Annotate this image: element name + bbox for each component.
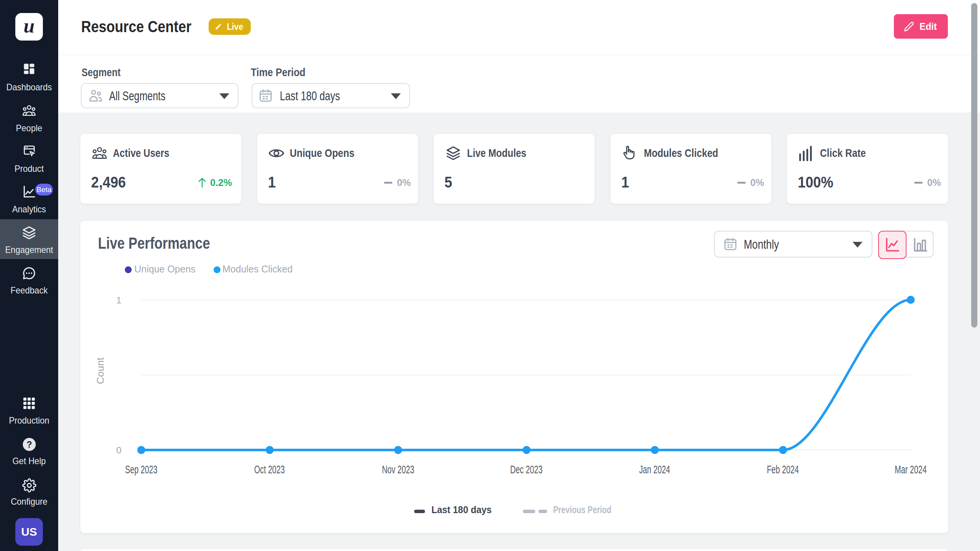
svg-text:?: ? [26, 440, 32, 450]
